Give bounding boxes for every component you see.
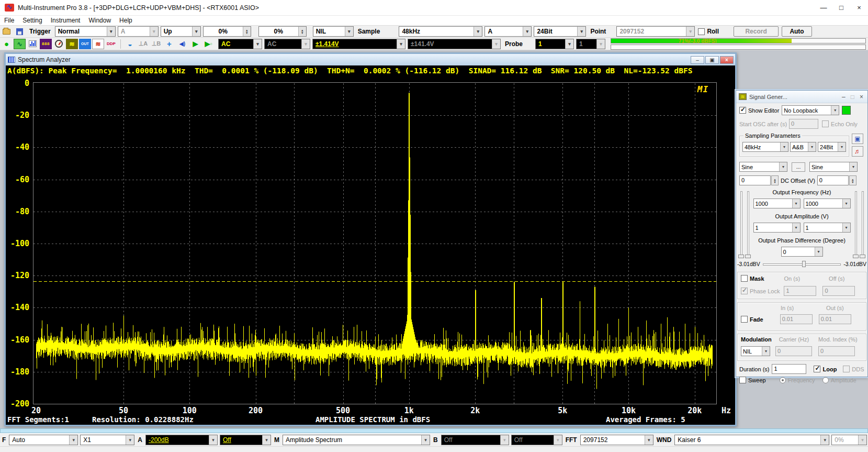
phase-lock-checkbox[interactable] — [741, 288, 748, 294]
amplitude-slider-a2[interactable] — [745, 191, 751, 258]
echo-only-checkbox[interactable] — [822, 120, 829, 127]
amplitude-a-combo[interactable]: 1 — [753, 223, 801, 233]
play-loop-icon[interactable]: ▶○ — [202, 39, 215, 49]
trigger-level-spinner[interactable]: 0%▴▾ — [203, 26, 251, 37]
mod-index-input[interactable]: 0 — [818, 346, 855, 356]
phase-combo[interactable]: 0 — [781, 247, 823, 257]
close-button[interactable]: × — [850, 0, 868, 15]
modulation-type-combo[interactable]: NIL — [741, 346, 770, 356]
waveform-b-combo[interactable]: Sine — [809, 162, 858, 172]
auto-button[interactable]: Auto — [782, 26, 812, 37]
oscilloscope-icon[interactable]: ∿ — [14, 39, 26, 49]
amplitude-slider-b1[interactable] — [853, 191, 859, 258]
fade-in-input[interactable]: 0.01 — [780, 314, 813, 324]
spectrum-canvas[interactable] — [33, 82, 718, 405]
record-button[interactable]: Record — [734, 26, 779, 37]
a-range-combo[interactable]: -200dB — [145, 435, 218, 445]
trigger-delay-spinner[interactable]: 0%▴▾ — [258, 26, 307, 37]
ddp-viewer-icon[interactable]: DDP — [105, 39, 117, 49]
play-icon[interactable]: ▶ — [189, 39, 201, 49]
menu-window[interactable]: Window — [84, 17, 115, 24]
gen-channels-combo[interactable]: A&B — [790, 142, 816, 152]
carrier-input[interactable]: 0 — [775, 346, 812, 356]
trigger-source-combo[interactable]: A — [118, 26, 159, 37]
freq-axis-combo[interactable]: Auto — [9, 435, 78, 445]
mask-on-input[interactable]: 1 — [784, 286, 816, 296]
sampling-rate-combo[interactable]: 48kHz — [399, 26, 482, 37]
b-range-combo[interactable]: Off — [441, 435, 509, 445]
spectrum-analyzer-icon[interactable] — [27, 39, 39, 49]
spectrum-3d-plot-icon[interactable] — [53, 39, 65, 49]
dc-offset-b-input[interactable]: 0 — [817, 175, 849, 185]
fft-size-combo[interactable]: 2097152 — [580, 435, 653, 445]
sweep-frequency-radio[interactable] — [780, 377, 786, 383]
balance-slider[interactable] — [763, 260, 841, 268]
siggen-minimize-button[interactable]: – — [842, 93, 846, 101]
b-shift-combo[interactable]: Off — [511, 435, 562, 445]
multi-wave-icon[interactable]: ≋ — [92, 39, 104, 49]
device-test-plan-icon[interactable]: OUT — [79, 39, 91, 49]
siggen-titlebar[interactable]: ≋ Signal Gener... – □ × — [736, 91, 867, 103]
fade-checkbox[interactable] — [741, 316, 748, 323]
gen-rate-combo[interactable]: 48kHz — [742, 142, 788, 152]
frequency-b-combo[interactable]: 1000 — [804, 199, 851, 208]
zero-b-icon[interactable]: ⊥B — [150, 39, 162, 49]
mask-off-input[interactable]: 0 — [822, 286, 855, 296]
run-icon[interactable]: ● — [1, 39, 13, 49]
signal-generator-icon[interactable]: ≋ — [66, 39, 78, 49]
duration-input[interactable]: 1 — [772, 364, 806, 374]
fade-out-input[interactable]: 0.01 — [819, 314, 851, 324]
trigger-edge-combo[interactable]: Up — [161, 26, 201, 37]
amplitude-slider-b2[interactable] — [860, 191, 865, 258]
siggen-maximize-button[interactable]: □ — [851, 93, 854, 101]
bit-depth-combo[interactable]: 24Bit — [534, 26, 586, 37]
show-editor-checkbox[interactable] — [739, 107, 746, 114]
maximize-button[interactable]: □ — [832, 0, 850, 15]
loop-checkbox[interactable] — [814, 366, 820, 372]
a-shift-combo[interactable]: Off — [220, 435, 271, 445]
updown-icon[interactable]: ▴▾ — [849, 175, 856, 185]
sweep-checkbox[interactable] — [739, 377, 746, 383]
chart-mode-combo[interactable]: Amplitude Spectrum — [283, 435, 430, 445]
spectrum-restore-button[interactable]: ▣ — [705, 56, 719, 64]
dc-offset-a-input[interactable]: 0 — [739, 175, 771, 185]
amplitude-slider-a1[interactable] — [738, 191, 744, 258]
trigger-hpf-combo[interactable]: NIL — [313, 26, 354, 37]
overlap-combo[interactable]: 0% — [831, 435, 867, 445]
open-icon[interactable] — [1, 26, 13, 37]
menu-setting[interactable]: Setting — [18, 17, 46, 24]
zoom-combo[interactable]: X1 — [80, 435, 134, 445]
save-icon[interactable] — [14, 26, 26, 37]
spectrum-window-titlebar[interactable]: Spectrum Analyzer – ▣ × — [6, 54, 735, 65]
updown-icon[interactable]: ▴▾ — [771, 175, 779, 185]
siggen-close-button[interactable]: × — [860, 93, 863, 101]
probe-a-combo[interactable]: 1 — [535, 39, 574, 49]
loopback-combo[interactable]: No Loopback — [782, 105, 839, 115]
minimize-button[interactable]: — — [815, 0, 832, 15]
frequency-a-combo[interactable]: 1000 — [753, 199, 801, 208]
menu-file[interactable]: File — [0, 17, 18, 24]
multimeter-icon[interactable]: 888 — [40, 39, 52, 49]
probe-b-combo[interactable]: 1 — [576, 39, 605, 49]
spectrum-close-button[interactable]: × — [720, 56, 734, 64]
more-waveform-button[interactable]: ... — [792, 162, 805, 172]
record-length-combo[interactable]: 2097152 — [616, 26, 695, 37]
sound-icon[interactable]: ◀) — [176, 39, 188, 49]
mask-checkbox[interactable] — [741, 275, 748, 282]
roll-checkbox[interactable]: Roll — [698, 28, 719, 35]
window-function-combo[interactable]: Kaiser 6 — [674, 435, 829, 445]
range-b-combo[interactable]: ±141.4V — [408, 39, 501, 49]
amplitude-b-combo[interactable]: 1 — [804, 223, 851, 233]
spectrum-minimize-button[interactable]: – — [691, 56, 704, 64]
sampling-channel-combo[interactable]: A — [484, 26, 532, 37]
dds-checkbox[interactable] — [843, 366, 850, 372]
gen-bits-combo[interactable]: 24Bit — [818, 142, 846, 152]
menu-help[interactable]: Help — [115, 17, 137, 24]
coupling-a-combo[interactable]: AC — [218, 39, 262, 49]
sweep-amplitude-radio[interactable] — [822, 377, 829, 383]
calibration-icon[interactable]: ◒ — [124, 39, 136, 49]
music-note-icon[interactable]: ♬ — [852, 146, 863, 157]
waveform-a-combo[interactable]: Sine — [739, 162, 787, 172]
zero-a-icon[interactable]: ⊥A — [137, 39, 149, 49]
coupling-b-combo[interactable]: AC — [264, 39, 310, 49]
